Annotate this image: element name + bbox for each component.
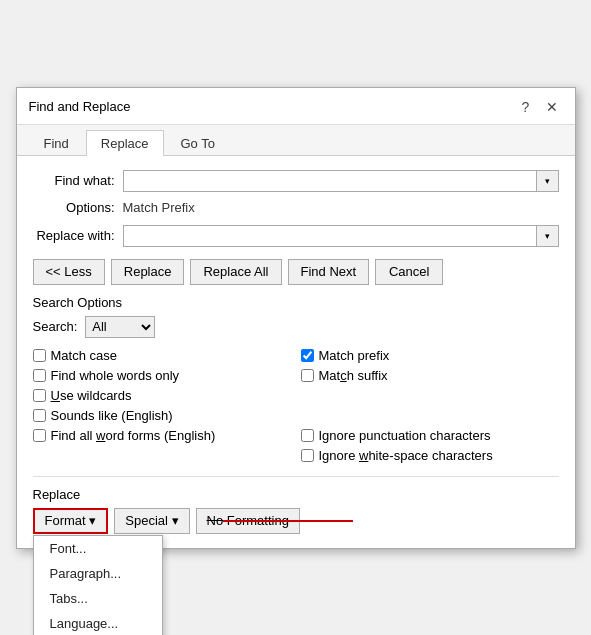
replace-with-input[interactable] bbox=[123, 225, 537, 247]
ignore-white-label[interactable]: Ignore white-space characters bbox=[319, 448, 493, 463]
replace-format-label: Replace bbox=[33, 487, 559, 502]
tab-goto[interactable]: Go To bbox=[166, 130, 230, 156]
replace-with-dropdown-btn[interactable]: ▾ bbox=[537, 225, 559, 247]
cb-matchcase-row: Match case bbox=[33, 346, 291, 366]
replace-with-label: Replace with: bbox=[33, 228, 123, 243]
main-buttons-row: << Less Replace Replace All Find Next Ca… bbox=[33, 259, 559, 285]
find-what-row: Find what: ▾ bbox=[33, 170, 559, 192]
ignore-punct-label[interactable]: Ignore punctuation characters bbox=[319, 428, 491, 443]
find-next-button[interactable]: Find Next bbox=[288, 259, 370, 285]
find-what-dropdown-btn[interactable]: ▾ bbox=[537, 170, 559, 192]
replace-all-button[interactable]: Replace All bbox=[190, 259, 281, 285]
format-btn-container: Format ▾ Font... Paragraph... Tabs... La… bbox=[33, 508, 109, 534]
format-dropdown-menu: Font... Paragraph... Tabs... Language...… bbox=[33, 535, 163, 636]
cb-ignorepunct-row: Ignore punctuation characters bbox=[301, 426, 559, 446]
tabs-bar: Find Replace Go To bbox=[17, 125, 575, 156]
title-bar: Find and Replace ? ✕ bbox=[17, 88, 575, 125]
col2: Match prefix Match suffix Ignore punctua… bbox=[301, 346, 559, 466]
replace-format-section: Replace Format ▾ Font... Paragraph... Ta… bbox=[33, 476, 559, 534]
replace-button[interactable]: Replace bbox=[111, 259, 185, 285]
match-case-label[interactable]: Match case bbox=[51, 348, 117, 363]
special-button[interactable]: Special ▾ bbox=[114, 508, 189, 534]
find-what-input-wrap: ▾ bbox=[123, 170, 559, 192]
match-suffix-label[interactable]: Match suffix bbox=[319, 368, 388, 383]
match-prefix-label[interactable]: Match prefix bbox=[319, 348, 390, 363]
ignore-white-checkbox[interactable] bbox=[301, 449, 314, 462]
replace-with-row: Replace with: ▾ bbox=[33, 225, 559, 247]
find-what-label: Find what: bbox=[33, 173, 123, 188]
whole-words-checkbox[interactable] bbox=[33, 369, 46, 382]
menu-item-font[interactable]: Font... bbox=[34, 536, 162, 561]
sounds-like-checkbox[interactable] bbox=[33, 409, 46, 422]
find-all-forms-label[interactable]: Find all word forms (English) bbox=[51, 428, 216, 443]
whole-words-label[interactable]: Find whole words only bbox=[51, 368, 180, 383]
help-button[interactable]: ? bbox=[515, 96, 537, 118]
col1: Match case Find whole words only Use wil… bbox=[33, 346, 291, 466]
find-what-input[interactable] bbox=[123, 170, 537, 192]
no-formatting-button[interactable]: No Formatting bbox=[196, 508, 300, 534]
match-case-checkbox[interactable] bbox=[33, 349, 46, 362]
cb-soundslike-row: Sounds like (English) bbox=[33, 406, 291, 426]
format-buttons-row: Format ▾ Font... Paragraph... Tabs... La… bbox=[33, 508, 559, 534]
tab-replace[interactable]: Replace bbox=[86, 130, 164, 156]
close-button[interactable]: ✕ bbox=[541, 96, 563, 118]
options-label: Options: bbox=[33, 200, 123, 215]
menu-item-language[interactable]: Language... bbox=[34, 611, 162, 636]
less-button[interactable]: << Less bbox=[33, 259, 105, 285]
search-label: Search: bbox=[33, 319, 78, 334]
replace-with-input-wrap: ▾ bbox=[123, 225, 559, 247]
find-all-forms-checkbox[interactable] bbox=[33, 429, 46, 442]
dialog-title: Find and Replace bbox=[29, 99, 131, 114]
format-button[interactable]: Format ▾ bbox=[33, 508, 109, 534]
find-replace-dialog: Find and Replace ? ✕ Find Replace Go To … bbox=[16, 87, 576, 549]
search-row: Search: All Up Down bbox=[33, 316, 559, 338]
cb-wholewords-row: Find whole words only bbox=[33, 366, 291, 386]
cb-ignorewhite-row: Ignore white-space characters bbox=[301, 446, 559, 466]
empty-row bbox=[301, 386, 559, 426]
options-row: Options: Match Prefix bbox=[33, 200, 559, 215]
title-bar-left: Find and Replace bbox=[29, 99, 131, 114]
search-options-label: Search Options bbox=[33, 295, 559, 310]
options-value: Match Prefix bbox=[123, 200, 195, 215]
sounds-like-label[interactable]: Sounds like (English) bbox=[51, 408, 173, 423]
cb-findallforms-row: Find all word forms (English) bbox=[33, 426, 291, 446]
checkboxes-grid: Match case Find whole words only Use wil… bbox=[33, 346, 559, 466]
dialog-body: Find what: ▾ Options: Match Prefix Repla… bbox=[17, 156, 575, 548]
tab-find[interactable]: Find bbox=[29, 130, 84, 156]
cb-wildcards-row: Use wildcards bbox=[33, 386, 291, 406]
cb-matchsuffix-row: Match suffix bbox=[301, 366, 559, 386]
match-prefix-checkbox[interactable] bbox=[301, 349, 314, 362]
search-select[interactable]: All Up Down bbox=[85, 316, 155, 338]
menu-item-tabs[interactable]: Tabs... bbox=[34, 586, 162, 611]
cancel-button[interactable]: Cancel bbox=[375, 259, 443, 285]
wildcards-label[interactable]: Use wildcards bbox=[51, 388, 132, 403]
wildcards-checkbox[interactable] bbox=[33, 389, 46, 402]
menu-item-paragraph[interactable]: Paragraph... bbox=[34, 561, 162, 586]
title-actions: ? ✕ bbox=[515, 96, 563, 118]
ignore-punct-checkbox[interactable] bbox=[301, 429, 314, 442]
cb-matchprefix-row: Match prefix bbox=[301, 346, 559, 366]
match-suffix-checkbox[interactable] bbox=[301, 369, 314, 382]
